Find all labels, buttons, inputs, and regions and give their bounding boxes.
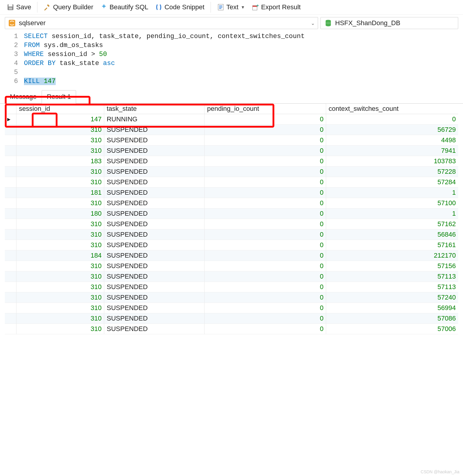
cell-session_id[interactable]: 310 [16,271,104,282]
col-pending-io-count[interactable]: pending_io_count [205,104,326,114]
cell-session_id[interactable]: 180 [16,208,104,219]
cell-session_id[interactable]: 310 [16,125,104,135]
code-line[interactable]: ORDER BY task_state asc [24,59,463,68]
table-row[interactable]: 310SUSPENDED057100 [5,198,458,208]
cell-task_state[interactable]: SUSPENDED [104,271,205,282]
cell-session_id[interactable]: 310 [16,313,104,324]
cell-task_state[interactable]: SUSPENDED [104,125,205,135]
cell-session_id[interactable]: 310 [16,219,104,229]
cell-task_state[interactable]: SUSPENDED [104,261,205,271]
cell-session_id[interactable]: 310 [16,177,104,188]
cell-session_id[interactable]: 147 [16,114,104,125]
cell-context_switches_count[interactable]: 212170 [326,250,458,261]
cell-pending_io_count[interactable]: 0 [205,177,326,188]
cell-context_switches_count[interactable]: 1 [326,188,458,198]
cell-pending_io_count[interactable]: 0 [205,324,326,334]
cell-pending_io_count[interactable]: 0 [205,156,326,167]
cell-context_switches_count[interactable]: 57113 [326,271,458,282]
cell-pending_io_count[interactable]: 0 [205,125,326,135]
cell-task_state[interactable]: SUSPENDED [104,240,205,250]
cell-task_state[interactable]: RUNNING [104,114,205,125]
cell-session_id[interactable]: 310 [16,282,104,292]
code-line[interactable]: SELECT session_id, task_state, pending_i… [24,32,463,41]
cell-task_state[interactable]: SUSPENDED [104,135,205,146]
save-button[interactable]: Save [5,2,33,12]
cell-pending_io_count[interactable]: 0 [205,188,326,198]
cell-context_switches_count[interactable]: 4498 [326,135,458,146]
table-row[interactable]: 310SUSPENDED057284 [5,177,458,188]
table-row[interactable]: 310SUSPENDED056994 [5,303,458,313]
cell-session_id[interactable]: 184 [16,250,104,261]
col-task-state[interactable]: task_state [104,104,205,114]
table-row[interactable]: 310SUSPENDED057240 [5,292,458,303]
cell-task_state[interactable]: SUSPENDED [104,219,205,229]
cell-pending_io_count[interactable]: 0 [205,240,326,250]
col-context-switches-count[interactable]: context_switches_count [326,104,458,114]
cell-pending_io_count[interactable]: 0 [205,303,326,313]
cell-session_id[interactable]: 183 [16,156,104,167]
result-grid[interactable]: session_id task_state pending_io_count c… [5,104,458,334]
cell-pending_io_count[interactable]: 0 [205,198,326,208]
cell-task_state[interactable]: SUSPENDED [104,208,205,219]
cell-task_state[interactable]: SUSPENDED [104,229,205,240]
cell-context_switches_count[interactable]: 57228 [326,167,458,177]
table-row[interactable]: 310SUSPENDED057113 [5,282,458,292]
cell-task_state[interactable]: SUSPENDED [104,282,205,292]
col-session-id[interactable]: session_id [16,104,104,114]
cell-pending_io_count[interactable]: 0 [205,313,326,324]
table-row[interactable]: 310SUSPENDED057006 [5,324,458,334]
cell-context_switches_count[interactable]: 57240 [326,292,458,303]
cell-pending_io_count[interactable]: 0 [205,292,326,303]
cell-session_id[interactable]: 310 [16,261,104,271]
cell-context_switches_count[interactable]: 7941 [326,146,458,156]
table-row[interactable]: 181SUSPENDED01 [5,188,458,198]
cell-task_state[interactable]: SUSPENDED [104,146,205,156]
cell-task_state[interactable]: SUSPENDED [104,303,205,313]
table-row[interactable]: 310SUSPENDED057162 [5,219,458,229]
cell-pending_io_count[interactable]: 0 [205,250,326,261]
cell-context_switches_count[interactable]: 57100 [326,198,458,208]
table-row[interactable]: 310SUSPENDED057228 [5,167,458,177]
cell-pending_io_count[interactable]: 0 [205,271,326,282]
cell-context_switches_count[interactable]: 1 [326,208,458,219]
code-line[interactable]: WHERE session_id > 50 [24,50,463,59]
text-button[interactable]: Text ▼ [215,2,247,12]
cell-context_switches_count[interactable]: 103783 [326,156,458,167]
cell-pending_io_count[interactable]: 0 [205,135,326,146]
cell-pending_io_count[interactable]: 0 [205,114,326,125]
table-row[interactable]: 310SUSPENDED056846 [5,229,458,240]
cell-session_id[interactable]: 181 [16,188,104,198]
cell-task_state[interactable]: SUSPENDED [104,324,205,334]
query-builder-button[interactable]: Query Builder [42,2,95,12]
cell-pending_io_count[interactable]: 0 [205,208,326,219]
database-select[interactable]: HSFX_ShanDong_DB [320,17,458,29]
cell-task_state[interactable]: SUSPENDED [104,313,205,324]
cell-pending_io_count[interactable]: 0 [205,282,326,292]
cell-session_id[interactable]: 310 [16,240,104,250]
table-row[interactable]: 310SUSPENDED04498 [5,135,458,146]
cell-task_state[interactable]: SUSPENDED [104,167,205,177]
cell-context_switches_count[interactable]: 57161 [326,240,458,250]
cell-context_switches_count[interactable]: 57113 [326,282,458,292]
table-row[interactable]: 310SUSPENDED057086 [5,313,458,324]
table-row[interactable]: 310SUSPENDED07941 [5,146,458,156]
table-row[interactable]: 180SUSPENDED01 [5,208,458,219]
tab-result-1[interactable]: Result 1 [42,90,76,104]
cell-task_state[interactable]: SUSPENDED [104,198,205,208]
code-line[interactable] [24,68,463,77]
table-row[interactable]: 310SUSPENDED057156 [5,261,458,271]
cell-session_id[interactable]: 310 [16,146,104,156]
cell-pending_io_count[interactable]: 0 [205,219,326,229]
table-row[interactable]: 310SUSPENDED057161 [5,240,458,250]
cell-session_id[interactable]: 310 [16,324,104,334]
table-row[interactable]: 184SUSPENDED0212170 [5,250,458,261]
cell-pending_io_count[interactable]: 0 [205,167,326,177]
table-row[interactable]: 310SUSPENDED056729 [5,125,458,135]
cell-context_switches_count[interactable]: 56846 [326,229,458,240]
cell-context_switches_count[interactable]: 0 [326,114,458,125]
code-line[interactable]: FROM sys.dm_os_tasks [24,41,463,50]
code-line[interactable]: KILL 147 [24,77,463,86]
cell-pending_io_count[interactable]: 0 [205,146,326,156]
cell-context_switches_count[interactable]: 57156 [326,261,458,271]
table-row[interactable]: 310SUSPENDED057113 [5,271,458,282]
